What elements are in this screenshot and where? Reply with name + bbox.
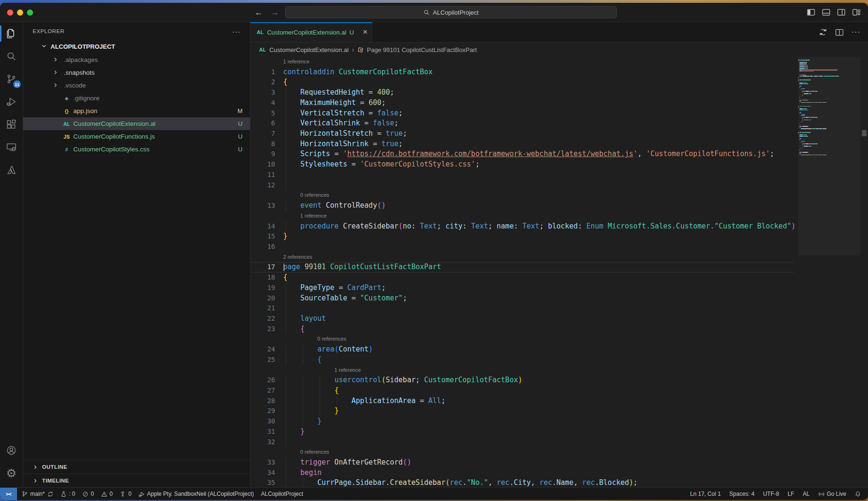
settings-button[interactable]: ⚙: [0, 462, 23, 484]
code-line-29[interactable]: 29 }: [251, 406, 794, 416]
code-line-5[interactable]: 5 VerticalStretch = false;: [251, 108, 794, 119]
toggle-secondary-sidebar-icon[interactable]: [837, 9, 845, 16]
minimize-window-button[interactable]: [17, 9, 23, 16]
outline-section-header[interactable]: OUTLINE: [23, 460, 250, 474]
status-al[interactable]: AL: [803, 491, 810, 497]
status-spaces-4[interactable]: Spaces: 4: [729, 491, 755, 497]
status-utf-8[interactable]: UTF-8: [763, 491, 779, 497]
code-line-7[interactable]: 7 HorizontalStretch = true;: [251, 129, 794, 139]
status--0[interactable]: : 0: [61, 491, 75, 497]
explorer-actions-icon[interactable]: ···: [232, 27, 241, 35]
tree-item--vscode[interactable]: .vscode: [23, 79, 250, 92]
open-changes-icon[interactable]: [819, 28, 827, 36]
code-line-24[interactable]: 24 area(Content): [251, 344, 794, 355]
customize-layout-icon[interactable]: [852, 9, 860, 16]
project-root-row[interactable]: ALCOPILOTPROJECT: [23, 40, 250, 53]
code-line-35[interactable]: 35 CurrPage.Sidebar.CreateSidebar(rec."N…: [251, 478, 794, 487]
breadcrumb-separator: ›: [352, 46, 354, 53]
code-line-21[interactable]: 21: [251, 303, 794, 314]
code-line-13[interactable]: 13 event ControlReady(): [251, 201, 794, 211]
remote-indicator[interactable]: ><: [0, 488, 17, 500]
navigate-back-icon[interactable]: ←: [254, 8, 263, 17]
code-line-14[interactable]: 14 procedure CreateSidebar(no: Text; cit…: [251, 221, 794, 232]
code-line-25[interactable]: 25 {: [251, 355, 794, 365]
status-alcopilotproject[interactable]: ALCopilotProject: [261, 491, 303, 497]
code-line-27[interactable]: 27 {: [251, 386, 794, 396]
code-line-32[interactable]: 32: [251, 437, 794, 448]
status-0[interactable]: 0: [120, 491, 131, 497]
codelens[interactable]: 0 references: [251, 334, 794, 344]
code-line-11[interactable]: 11: [251, 170, 794, 180]
activity-explorer[interactable]: [0, 22, 23, 45]
code-line-23[interactable]: 23 {: [251, 324, 794, 334]
code-line-30[interactable]: 30 }: [251, 416, 794, 427]
minimap[interactable]: [798, 60, 860, 156]
codelens[interactable]: 1 reference: [251, 211, 794, 221]
close-window-button[interactable]: [7, 9, 13, 16]
code-line-16[interactable]: 16: [251, 242, 794, 252]
code-line-3[interactable]: 3 RequestedHeight = 400;: [251, 88, 794, 98]
tree-item--gitignore[interactable]: ◆.gitignore: [23, 92, 250, 105]
tab-close-icon[interactable]: ×: [363, 28, 367, 36]
editor-scrollbar[interactable]: [860, 57, 868, 487]
breadcrumb-symbol[interactable]: Page 99101 CopilotCustListFactBoxPart: [367, 46, 477, 53]
codelens[interactable]: 0 references: [251, 447, 794, 457]
codelens[interactable]: 0 references: [251, 190, 794, 201]
accounts-button[interactable]: [0, 439, 23, 462]
code-line-34[interactable]: 34 begin: [251, 468, 794, 478]
tab-customercopilotextension[interactable]: AL CustomerCopilotExtension.al U ×: [251, 22, 373, 42]
more-actions-icon[interactable]: ···: [851, 28, 860, 36]
code-line-10[interactable]: 10 Stylesheets = 'CustomerCopilotStyles.…: [251, 159, 794, 170]
toggle-primary-sidebar-icon[interactable]: [807, 9, 815, 16]
code-line-2[interactable]: 2{: [251, 77, 794, 88]
code-line-4[interactable]: 4 MaximumHeight = 600;: [251, 98, 794, 108]
tree-item-customercopilotfunctions-js[interactable]: JSCustomerCopilotFunctions.jsU: [23, 130, 250, 143]
code-line-9[interactable]: 9 Scripts = 'https://cdn.botframework.co…: [251, 149, 794, 159]
code-line-6[interactable]: 6 VerticalShrink = false;: [251, 118, 794, 129]
code-line-33[interactable]: 33 trigger OnAfterGetRecord(): [251, 457, 794, 468]
code-line-1[interactable]: 1controladdin CustomerCopilotFactBox: [251, 67, 794, 78]
activity-run-debug[interactable]: [0, 90, 23, 113]
status-0[interactable]: 0: [82, 491, 94, 497]
code-line-8[interactable]: 8 HorizontalShrink = true;: [251, 139, 794, 149]
activity-search[interactable]: [0, 45, 23, 68]
activity-remote-explorer[interactable]: [0, 136, 23, 158]
activity-extensions[interactable]: [0, 113, 23, 136]
status-0[interactable]: 0: [101, 491, 113, 497]
code-line-22[interactable]: 22 layout: [251, 314, 794, 324]
breadcrumb-file[interactable]: CustomerCopilotExtension.al: [269, 46, 349, 53]
toggle-panel-icon[interactable]: [822, 9, 830, 16]
code-line-31[interactable]: 31 }: [251, 427, 794, 437]
tree-item-customercopilotextension-al[interactable]: ALCustomerCopilotExtension.alU: [23, 117, 250, 130]
command-center-search[interactable]: ALCopilotProject: [285, 6, 617, 18]
tree-item-customercopilotstyles-css[interactable]: #CustomerCopilotStyles.cssU: [23, 143, 250, 156]
codelens[interactable]: 1 reference: [251, 57, 794, 67]
code-line-12[interactable]: 12: [251, 180, 794, 191]
navigate-forward-icon[interactable]: →: [270, 8, 279, 17]
status-lf[interactable]: LF: [788, 491, 794, 497]
zoom-window-button[interactable]: [27, 9, 33, 16]
code-editor[interactable]: 1 reference1controladdin CustomerCopilot…: [251, 57, 868, 487]
status-apple-pty-sandboxneil-alcopilotproject-[interactable]: Apple Pty. SandboxNeil (ALCopilotProject…: [139, 491, 254, 497]
code-line-15[interactable]: 15}: [251, 231, 794, 242]
codelens[interactable]: 1 reference: [251, 365, 794, 376]
status-main-[interactable]: main*: [22, 491, 53, 497]
status-ln-17-col-1[interactable]: Ln 17, Col 1: [690, 491, 721, 497]
code-line-17[interactable]: 17page 99101 CopilotCustListFactBoxPart: [251, 262, 794, 272]
scrollbar-thumb[interactable]: [862, 130, 867, 136]
tree-item-app-json[interactable]: {}app.jsonM: [23, 105, 250, 117]
codelens[interactable]: 2 references: [251, 252, 794, 263]
code-line-20[interactable]: 20 SourceTable = "Customer";: [251, 293, 794, 304]
status-go-live[interactable]: Go Live: [818, 491, 846, 497]
activity-azure[interactable]: [0, 158, 23, 181]
code-line-26[interactable]: 26 usercontrol(Sidebar; CustomerCopilotF…: [251, 375, 794, 386]
code-line-19[interactable]: 19 PageType = CardPart;: [251, 283, 794, 293]
tree-item--alpackages[interactable]: .alpackages: [23, 53, 250, 66]
split-editor-icon[interactable]: [835, 29, 843, 36]
tree-item--snapshots[interactable]: .snapshots: [23, 66, 250, 79]
timeline-section-header[interactable]: TIMELINE: [23, 474, 250, 487]
code-line-18[interactable]: 18{: [251, 272, 794, 283]
activity-source-control[interactable]: 11: [0, 68, 23, 90]
status-bell[interactable]: [855, 491, 861, 497]
code-line-28[interactable]: 28 ApplicationArea = All;: [251, 396, 794, 406]
